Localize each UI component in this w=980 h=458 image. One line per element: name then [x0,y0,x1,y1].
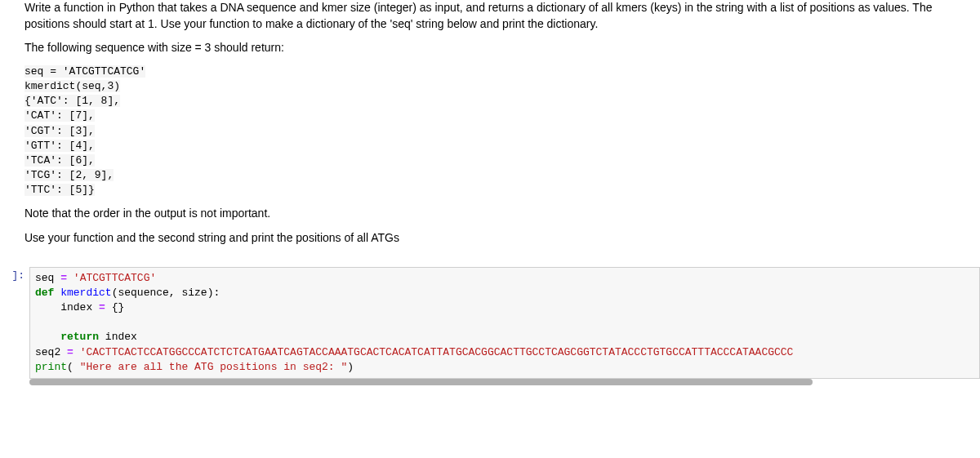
example-line-6: 'GTT': [4], [24,140,95,152]
example-line-8: 'TCG': [2, 9], [24,169,114,181]
example-line-7: 'TCA': [6], [24,154,95,167]
instruction-paragraph-2: The following sequence with size = 3 sho… [24,40,980,56]
example-line-3: {'ATC': [1, 8], [24,95,120,107]
example-line-1: seq = 'ATCGTTCATCG' [24,65,145,78]
input-prompt: ]: [0,267,29,282]
code-cell-input[interactable]: seq = 'ATCGTTCATCG' def kmerdict(sequenc… [29,267,980,379]
example-line-5: 'CGT': [3], [24,125,95,137]
horizontal-scrollbar-track[interactable] [29,379,951,385]
instruction-paragraph-3: Note that the order in the output is not… [24,206,980,222]
instruction-paragraph-1: Write a function in Python that takes a … [24,0,980,32]
example-output-block: seq = 'ATCGTTCATCG' kmerdict(seq,3) {'AT… [24,64,980,198]
example-line-4: 'CAT': [7], [24,109,95,122]
horizontal-scrollbar-thumb[interactable] [29,379,813,385]
markdown-cell: Write a function in Python that takes a … [0,0,980,267]
example-line-2: kmerdict(seq,3) [24,80,120,92]
instruction-paragraph-4: Use your function and the second string … [24,230,980,247]
code-cell-row: ]: seq = 'ATCGTTCATCG' def kmerdict(sequ… [0,267,980,379]
example-line-9: 'TTC': [5]} [24,184,95,196]
